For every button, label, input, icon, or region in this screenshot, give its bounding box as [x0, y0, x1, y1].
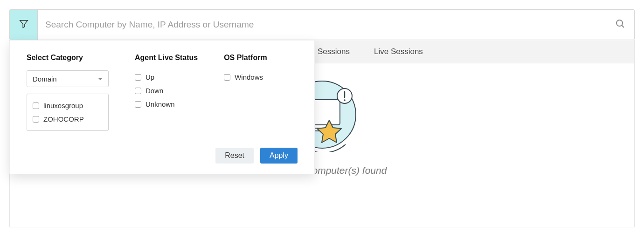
category-select-value: Domain — [33, 75, 57, 83]
filter-heading-agent-status: Agent Live Status — [135, 54, 198, 62]
agent-status-option-unknown[interactable]: Unknown — [135, 97, 198, 111]
search-icon — [615, 18, 626, 31]
category-option[interactable]: ZOHOCORP — [33, 112, 103, 126]
checkbox-icon — [33, 102, 39, 109]
svg-line-1 — [622, 25, 624, 27]
reset-button[interactable]: Reset — [215, 148, 254, 164]
agent-status-label: Unknown — [145, 100, 175, 108]
checkbox-icon — [33, 116, 39, 123]
checkbox-icon — [135, 101, 141, 108]
tab-live-sessions[interactable]: Live Sessions — [374, 47, 423, 56]
category-option[interactable]: linuxosgroup — [33, 99, 103, 112]
checkbox-icon — [135, 74, 141, 81]
search-button[interactable] — [606, 18, 634, 31]
category-select[interactable]: Domain — [27, 70, 109, 87]
filter-heading-category: Select Category — [27, 54, 109, 62]
category-option-list: linuxosgroup ZOHOCORP — [27, 94, 109, 131]
category-option-label: linuxosgroup — [43, 102, 83, 109]
svg-point-8 — [344, 99, 346, 101]
filter-col-os-platform: OS Platform Windows — [224, 54, 267, 131]
os-platform-option-windows[interactable]: Windows — [224, 70, 267, 84]
filter-toggle-button[interactable] — [10, 10, 38, 40]
filter-heading-os-platform: OS Platform — [224, 54, 267, 62]
agent-status-label: Up — [145, 73, 154, 81]
apply-button[interactable]: Apply — [260, 148, 298, 164]
search-bar — [9, 9, 635, 40]
checkbox-icon — [224, 74, 230, 81]
os-platform-label: Windows — [235, 73, 263, 81]
tab-sessions[interactable]: Sessions — [318, 47, 350, 56]
chevron-down-icon — [98, 78, 103, 80]
agent-status-option-up[interactable]: Up — [135, 70, 198, 84]
category-option-label: ZOHOCORP — [43, 115, 84, 123]
filter-panel: Select Category Domain linuxosgroup ZOHO… — [9, 40, 315, 174]
svg-point-0 — [616, 20, 623, 26]
checkbox-icon — [135, 88, 141, 94]
agent-status-option-down[interactable]: Down — [135, 84, 198, 97]
filter-col-category: Select Category Domain linuxosgroup ZOHO… — [27, 54, 109, 131]
filter-col-agent-status: Agent Live Status Up Down Unknown — [135, 54, 198, 131]
funnel-icon — [19, 19, 29, 31]
agent-status-label: Down — [145, 87, 163, 95]
search-input[interactable] — [38, 10, 606, 40]
filter-actions: Reset Apply — [27, 148, 298, 164]
